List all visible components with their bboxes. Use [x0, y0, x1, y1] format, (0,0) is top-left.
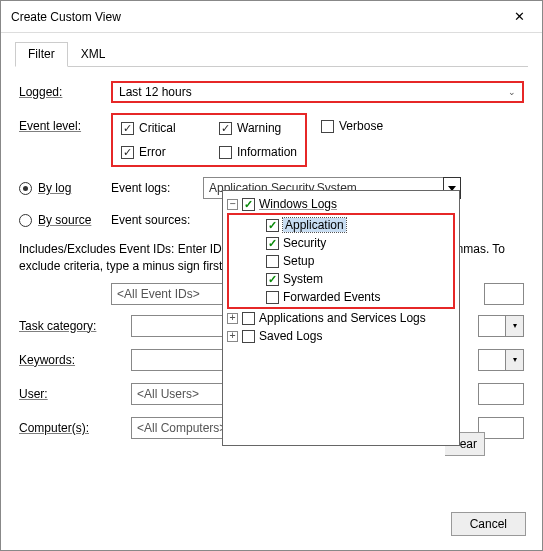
tree-node-forwarded[interactable]: Forwarded Events	[231, 288, 451, 306]
checkbox-icon[interactable]	[242, 330, 255, 343]
tab-xml[interactable]: XML	[68, 42, 119, 67]
create-custom-view-dialog: Create Custom View ✕ Filter XML Logged: …	[0, 0, 543, 551]
information-checkbox[interactable]: Information	[219, 145, 297, 159]
computers-input[interactable]: <All Computers>	[131, 417, 227, 439]
event-level-label: Event level:	[19, 113, 111, 133]
logged-dropdown[interactable]: Last 12 hours ⌄	[111, 81, 524, 103]
tree-node-setup[interactable]: Setup	[231, 252, 451, 270]
error-checkbox[interactable]: Error	[121, 145, 205, 159]
expand-icon[interactable]: +	[227, 331, 238, 342]
checkbox-icon	[121, 122, 134, 135]
checkbox-icon[interactable]	[266, 273, 279, 286]
checkbox-icon	[219, 122, 232, 135]
checkbox-icon	[219, 146, 232, 159]
tree-node-windows-logs[interactable]: − Windows Logs	[227, 195, 455, 213]
verbose-checkbox[interactable]: Verbose	[321, 119, 383, 133]
by-source-radio[interactable]: By source	[19, 213, 111, 227]
tree-node-apps-services[interactable]: + Applications and Services Logs	[227, 309, 455, 327]
event-ids-extra-input[interactable]	[484, 283, 524, 305]
window-title: Create Custom View	[11, 10, 496, 24]
tree-node-system[interactable]: System	[231, 270, 451, 288]
critical-checkbox[interactable]: Critical	[121, 121, 205, 135]
tab-filter[interactable]: Filter	[15, 42, 68, 67]
checkbox-icon	[321, 120, 334, 133]
tree-node-application[interactable]: Application	[231, 216, 451, 234]
event-logs-label: Event logs:	[111, 181, 203, 195]
radio-icon	[19, 214, 32, 227]
user-input[interactable]: <All Users>	[131, 383, 227, 405]
titlebar: Create Custom View ✕	[1, 1, 542, 33]
expand-icon[interactable]: +	[227, 313, 238, 324]
user-label: User:	[19, 387, 131, 401]
tree-node-saved-logs[interactable]: + Saved Logs	[227, 327, 455, 345]
chevron-down-icon: ▾	[506, 349, 524, 371]
event-ids-input[interactable]: <All Event IDs>	[111, 283, 227, 305]
chevron-down-icon: ⌄	[508, 87, 516, 97]
task-category-input[interactable]	[131, 315, 227, 337]
logged-label: Logged:	[19, 85, 111, 99]
keywords-input[interactable]	[131, 349, 227, 371]
event-sources-label: Event sources:	[111, 213, 203, 227]
task-category-label: Task category:	[19, 319, 131, 333]
event-logs-tree-popup: − Windows Logs Application Security	[222, 190, 460, 446]
close-button[interactable]: ✕	[496, 1, 542, 32]
warning-checkbox[interactable]: Warning	[219, 121, 281, 135]
chevron-down-icon: ▾	[506, 315, 524, 337]
checkbox-icon[interactable]	[242, 312, 255, 325]
cancel-button[interactable]: Cancel	[451, 512, 526, 536]
logged-value: Last 12 hours	[119, 85, 192, 99]
collapse-icon[interactable]: −	[227, 199, 238, 210]
task-category-combo[interactable]: ▾	[478, 315, 524, 337]
checkbox-icon	[121, 146, 134, 159]
keywords-combo[interactable]: ▾	[478, 349, 524, 371]
by-log-radio[interactable]: By log	[19, 181, 111, 195]
event-level-group: Critical Warning Error	[111, 113, 307, 167]
radio-icon	[19, 182, 32, 195]
computers-label: Computer(s):	[19, 421, 131, 435]
keywords-label: Keywords:	[19, 353, 131, 367]
checkbox-icon[interactable]	[266, 291, 279, 304]
tree-node-security[interactable]: Security	[231, 234, 451, 252]
checkbox-icon[interactable]	[266, 255, 279, 268]
user-extra-input[interactable]	[478, 383, 524, 405]
checkbox-icon[interactable]	[242, 198, 255, 211]
tab-strip: Filter XML	[15, 41, 528, 67]
checkbox-icon[interactable]	[266, 219, 279, 232]
checkbox-icon[interactable]	[266, 237, 279, 250]
